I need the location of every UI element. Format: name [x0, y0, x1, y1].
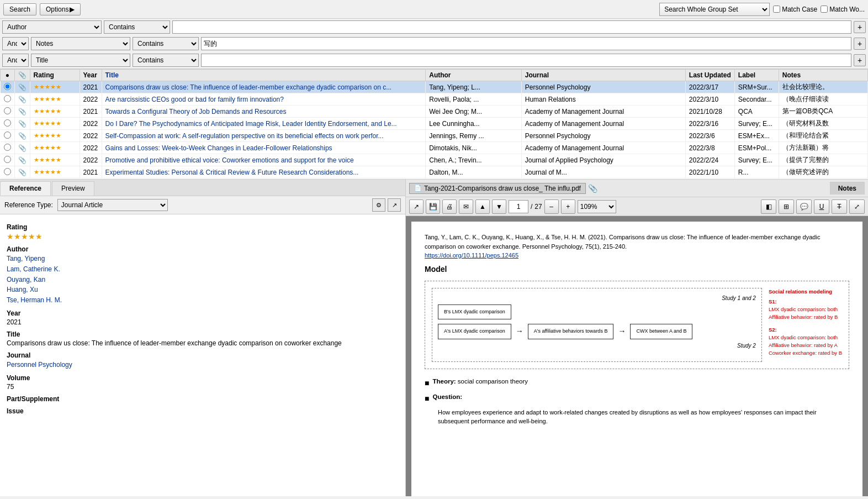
row-label-3: Survey; E... — [734, 118, 779, 130]
table-row[interactable]: 📎 ★★★★★ 2022 Promotive and prohibitive e… — [1, 154, 868, 166]
pdf-strikethrough-button[interactable]: T — [832, 199, 847, 214]
pdf-content[interactable]: Tang, Y., Lam, C. K., Ouyang, K., Huang,… — [406, 216, 868, 496]
table-row[interactable]: 📎 ★★★★★ 2022 Do I Dare? The Psychodynami… — [1, 118, 868, 130]
row-author-2: Wei Jee Ong; M... — [426, 106, 522, 118]
row-year-3: 2022 — [80, 118, 102, 130]
pdf-attach-icon[interactable]: 📎 — [588, 184, 597, 193]
row-author-6: Chen, A.; Trevin... — [426, 154, 522, 166]
filter-1-field[interactable]: AuthorNotesTitleAbstractKeywordsJournalY… — [2, 20, 102, 34]
search-button[interactable]: Search — [3, 3, 36, 15]
match-case-checkbox[interactable] — [773, 6, 780, 13]
row-select-5[interactable] — [1, 142, 15, 154]
pdf-print-button[interactable]: 🖨 — [442, 199, 457, 214]
row-label-4: ESM+Ex... — [734, 130, 779, 142]
row-author-4: Jennings, Remy ... — [426, 130, 522, 142]
row-journal-4: Personnel Psychology — [521, 130, 685, 142]
row-select-2[interactable] — [1, 106, 15, 118]
filter-2-value[interactable] — [201, 37, 851, 50]
ref-tools: ⚙ ↗ — [372, 198, 401, 212]
row-select-7[interactable] — [1, 166, 15, 178]
pdf-tab[interactable]: 📄 Tang-2021-Comparisons draw us close_ T… — [409, 183, 586, 194]
col-header-title[interactable]: Title — [102, 70, 426, 81]
pdf-page-sep: / — [531, 203, 532, 211]
filter-3-logic[interactable]: AndOrNot — [2, 54, 29, 67]
ref-type-select[interactable]: Journal Article — [57, 199, 168, 211]
pdf-email-button[interactable]: ✉ — [459, 199, 473, 214]
table-row[interactable]: 📎 ★★★★★ 2022 Self-Compassion at work: A … — [1, 130, 868, 142]
table-row[interactable]: 📎 ★★★★★ 2021 Towards a Configural Theory… — [1, 106, 868, 118]
filter-1-add-button[interactable]: + — [854, 21, 866, 33]
diagram-box2: A's LMX dyadic comparison — [438, 324, 511, 339]
row-select-1[interactable] — [1, 93, 15, 106]
ref-expand-button[interactable]: ↗ — [388, 198, 401, 212]
pdf-comment-button[interactable]: 💬 — [796, 199, 812, 214]
issue-label: Issue — [7, 407, 399, 415]
rating-label: Rating — [7, 223, 399, 231]
pdf-page-input[interactable] — [509, 200, 528, 213]
row-select-6[interactable] — [1, 154, 15, 166]
pdf-zoom-out-button[interactable]: – — [544, 199, 559, 214]
table-row[interactable]: 📎 ★★★★★ 2022 Gains and Losses: Week-to-W… — [1, 142, 868, 154]
pdf-save-button[interactable]: 💾 — [426, 199, 440, 214]
s2-annotation: S2: LMX dyadic comparison: both Affiliat… — [769, 326, 842, 358]
filter-3-add-button[interactable]: + — [854, 54, 866, 66]
row-author-0: Tang, Yipeng; L... — [426, 81, 522, 93]
row-year-2: 2021 — [80, 106, 102, 118]
pdf-external-link-button[interactable]: ↗ — [409, 199, 424, 214]
filter-2-add-button[interactable]: + — [854, 38, 866, 50]
filter-3-value[interactable] — [201, 54, 851, 67]
col-header-author[interactable]: Author — [426, 70, 522, 81]
pdf-doi-link[interactable]: https://doi.org/10.1111/peps.12465 — [425, 252, 518, 259]
pdf-zoom-in-button[interactable]: + — [561, 199, 575, 214]
search-group-select[interactable]: Search Whole Group Set — [659, 3, 770, 16]
row-notes-0: 社会比较理论。 — [779, 81, 867, 93]
col-header-updated[interactable]: Last Updated — [685, 70, 734, 81]
row-select-4[interactable] — [1, 130, 15, 142]
ref-settings-button[interactable]: ⚙ — [372, 198, 385, 212]
pdf-next-page-button[interactable]: ▼ — [492, 199, 506, 214]
pdf-expand-button[interactable]: ⤢ — [849, 199, 865, 214]
col-header-year[interactable]: Year — [80, 70, 102, 81]
row-clip-0: 📎 — [14, 81, 30, 93]
table-row[interactable]: 📎 ★★★★★ 2021 Experimental Studies: Perso… — [1, 166, 868, 178]
pdf-tool1-button[interactable]: ◧ — [761, 199, 776, 214]
row-clip-2: 📎 — [14, 106, 30, 118]
pdf-panel: 📄 Tang-2021-Comparisons draw us close_ T… — [406, 180, 868, 496]
author-list: Tang, YipengLam, Catherine K.Ouyang, Kan… — [7, 254, 399, 305]
options-button[interactable]: Options ▶ — [40, 3, 81, 15]
pdf-zoom-select[interactable]: 50%75%100%109%125%150%200% — [578, 200, 616, 213]
tab-reference[interactable]: Reference — [0, 181, 51, 196]
match-word-checkbox[interactable] — [821, 6, 828, 13]
pdf-prev-page-button[interactable]: ▲ — [475, 199, 490, 214]
col-header-label[interactable]: Label — [734, 70, 779, 81]
journal-value: Personnel Psychology — [7, 360, 399, 370]
question-bullet-icon: ■ — [425, 393, 429, 405]
row-select-0[interactable] — [1, 81, 15, 93]
row-select-3[interactable] — [1, 118, 15, 130]
col-header-notes[interactable]: Notes — [779, 70, 867, 81]
filter-3-field[interactable]: AuthorNotesTitleAbstractKeywordsJournalY… — [31, 54, 130, 67]
match-case-label: Match Case — [773, 6, 817, 13]
table-row[interactable]: 📎 ★★★★★ 2021 Comparisons draw us close: … — [1, 81, 868, 93]
pdf-underline-button[interactable]: U — [814, 199, 829, 214]
theory-bullet-icon: ■ — [425, 377, 429, 389]
pdf-tool2-button[interactable]: ⊞ — [779, 199, 794, 214]
filter-2-field[interactable]: AuthorNotesTitleAbstractKeywordsJournalY… — [31, 37, 130, 50]
notes-tab[interactable]: Notes — [830, 182, 865, 195]
table-row[interactable]: 📎 ★★★★★ 2022 Are narcissistic CEOs good … — [1, 93, 868, 106]
row-title-4: Self-Compassion at work: A self-regulati… — [102, 130, 426, 142]
filter-2-logic[interactable]: AndOrNot — [2, 37, 29, 50]
diagram-arrow2: → — [618, 325, 626, 337]
filter-3-condition[interactable]: ContainsDoes not containIsIs notField is… — [133, 54, 199, 67]
col-header-rating[interactable]: Rating — [30, 70, 80, 81]
tab-preview[interactable]: Preview — [52, 181, 94, 196]
col-header-select: ● — [1, 70, 15, 81]
row-updated-4: 2022/3/6 — [685, 130, 734, 142]
filter-1-condition[interactable]: ContainsDoes not containIsIs notField is… — [104, 20, 170, 34]
journal-label: Journal — [7, 351, 399, 359]
filter-1-value[interactable] — [172, 20, 851, 34]
filter-2-condition[interactable]: ContainsDoes not containIsIs notField is… — [133, 37, 199, 50]
match-word-label: Match Wo... — [821, 6, 865, 13]
col-header-journal[interactable]: Journal — [521, 70, 685, 81]
row-journal-5: Academy of Management Journal — [521, 142, 685, 154]
